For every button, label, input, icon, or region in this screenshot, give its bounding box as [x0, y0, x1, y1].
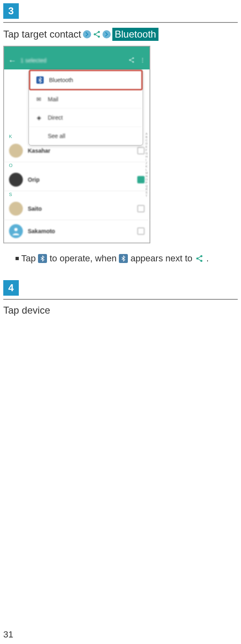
contact-name: Kasahar: [28, 147, 50, 154]
step-number-3: 3: [3, 3, 19, 19]
step-4-instruction: Tap device: [3, 305, 238, 316]
arrow-right-icon: [103, 30, 111, 38]
svg-point-5: [132, 61, 134, 62]
index-letter: O: [4, 162, 150, 169]
popup-item-bluetooth[interactable]: Bluetooth: [29, 70, 143, 90]
direct-icon: ◈: [35, 114, 43, 122]
contact-name: Orip: [28, 176, 40, 183]
back-arrow-icon[interactable]: ←: [8, 56, 16, 65]
svg-point-3: [132, 57, 134, 58]
bluetooth-icon: [36, 76, 44, 84]
bluetooth-label: Bluetooth: [112, 28, 158, 41]
popup-item-mail[interactable]: ✉ Mail: [29, 90, 143, 109]
instruction-text: Tap device: [3, 305, 50, 316]
contacts-list: K Kasahar O Orip S Saito: [4, 133, 150, 243]
contact-checkbox[interactable]: [137, 205, 145, 212]
bullet-list: Tap to operate, when appears next to .: [16, 253, 238, 264]
share-popup: Bluetooth ✉ Mail ◈ Direct See all: [29, 69, 143, 145]
share-icon: [195, 254, 204, 263]
bullet-text: to operate, when: [49, 253, 116, 264]
header-actions: ⋮: [128, 57, 145, 65]
popup-item-direct[interactable]: ◈ Direct: [29, 109, 143, 127]
bullet-text: Tap: [21, 253, 36, 264]
popup-item-see-all[interactable]: See all: [29, 127, 143, 145]
divider: [3, 22, 238, 23]
app-header: ← 1 selected ⋮: [4, 51, 150, 69]
avatar: [9, 224, 23, 238]
index-letter: S: [4, 191, 150, 198]
header-title: 1 selected: [20, 57, 47, 64]
bluetooth-icon: [119, 254, 128, 263]
mail-icon: ✉: [35, 95, 43, 103]
bullet-item: Tap to operate, when appears next to .: [16, 253, 238, 264]
bullet-text: .: [206, 253, 209, 264]
bluetooth-icon: [38, 254, 47, 263]
avatar: [9, 202, 23, 216]
step-3-instruction: Tap target contact Bluetooth: [3, 28, 238, 41]
menu-icon[interactable]: ⋮: [140, 57, 145, 65]
svg-point-6: [14, 228, 18, 231]
contact-name: Sakamoto: [28, 228, 55, 234]
contact-checkbox[interactable]: [137, 227, 145, 235]
popup-label: Bluetooth: [49, 77, 73, 83]
svg-point-4: [129, 59, 130, 60]
bullet-text: appears next to: [130, 253, 192, 264]
popup-label: See all: [48, 133, 65, 139]
contact-checkbox[interactable]: [137, 147, 145, 154]
bullet-marker-icon: [16, 257, 19, 260]
avatar: [9, 173, 23, 187]
avatar: [9, 144, 23, 158]
step-3-section: 3 Tap target contact Bluetooth ← 1 selec…: [3, 3, 238, 264]
instruction-text: Tap target contact: [3, 29, 81, 40]
step-4-section: 4 Tap device: [3, 280, 238, 316]
step-number-4: 4: [3, 280, 19, 296]
contact-checkbox[interactable]: [137, 176, 145, 183]
divider: [3, 299, 238, 300]
popup-label: Direct: [48, 114, 63, 121]
contact-name: Saito: [28, 205, 42, 212]
share-icon: [93, 30, 101, 38]
popup-label: Mail: [48, 96, 58, 103]
contact-row[interactable]: Orip: [4, 169, 150, 191]
contact-row[interactable]: Sakamoto: [4, 220, 150, 243]
see-all-icon: [35, 132, 43, 140]
contact-row[interactable]: Saito: [4, 198, 150, 220]
status-bar: [4, 47, 150, 51]
share-icon-header[interactable]: [128, 57, 135, 65]
alpha-index[interactable]: ABCDEFGHIJKLMNOPQRST: [145, 132, 148, 197]
arrow-right-icon: [83, 30, 91, 38]
embedded-screenshot: ← 1 selected ⋮ Bluetooth ✉ Mail: [3, 46, 150, 243]
